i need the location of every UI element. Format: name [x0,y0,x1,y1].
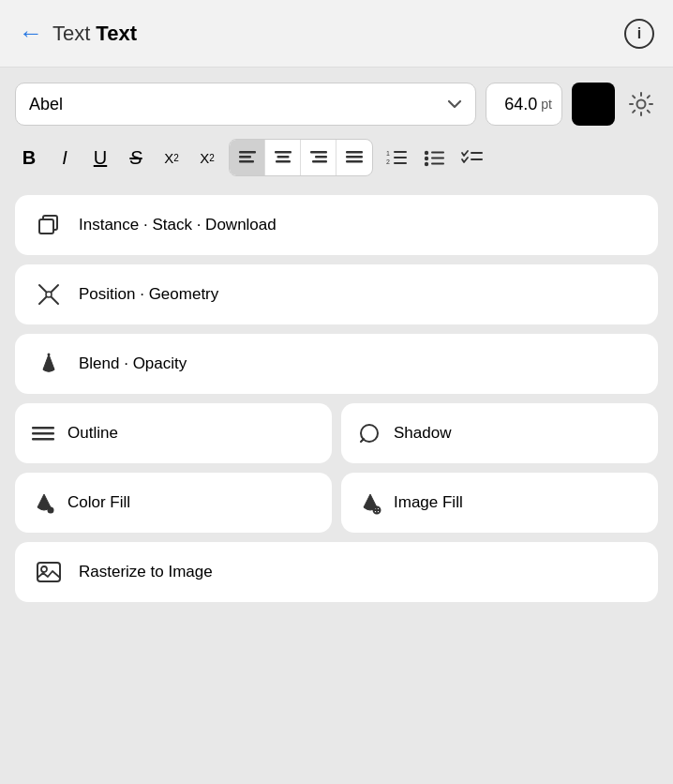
shadow-item[interactable]: Shadow [341,403,658,463]
svg-point-20 [425,162,428,166]
strikethrough-button[interactable]: S [122,143,150,173]
svg-rect-9 [312,160,327,163]
superscript-button[interactable]: X2 [193,146,221,170]
svg-line-36 [361,439,364,442]
shadow-icon [356,420,382,446]
align-left-button[interactable] [230,140,265,175]
svg-rect-34 [32,438,54,441]
svg-text:1: 1 [386,150,390,157]
font-selector[interactable]: Abel [15,83,476,126]
svg-rect-16 [394,157,407,158]
outline-item[interactable]: Outline [15,403,332,463]
svg-rect-41 [37,563,60,581]
svg-point-19 [425,157,428,160]
svg-rect-5 [277,156,289,158]
blend-opacity-icon [34,349,64,379]
info-button[interactable]: i [624,19,654,49]
blend-opacity-label: Blend · Opacity [79,354,187,373]
instance-stack-download-item[interactable]: Instance · Stack · Download [15,195,658,255]
outline-icon [30,420,56,446]
svg-point-31 [48,354,51,356]
header-left: ← Text Text [19,19,137,48]
svg-rect-4 [275,151,292,154]
svg-rect-11 [346,156,363,158]
image-fill-label: Image Fill [394,493,463,512]
svg-rect-32 [32,427,54,430]
svg-point-37 [48,507,54,514]
svg-point-18 [425,151,428,155]
svg-rect-10 [346,151,363,154]
svg-point-30 [46,292,52,297]
header: ← Text Text i [0,0,673,68]
shadow-label: Shadow [394,424,451,443]
svg-rect-8 [315,156,327,158]
image-fill-icon [356,490,382,516]
checklist-button[interactable] [456,140,489,175]
svg-rect-23 [431,163,444,165]
fill-row: Color Fill Image Fill [15,473,658,533]
blend-opacity-item[interactable]: Blend · Opacity [15,334,658,394]
back-button[interactable]: ← [19,19,43,48]
toolbar-row1: Abel 64.0 pt [15,83,658,126]
list-group: 12 [381,140,489,175]
toolbar-row2: B I U S X2 X2 [15,139,658,176]
numbered-list-button[interactable]: 12 [381,140,414,175]
position-geometry-item[interactable]: Position · Geometry [15,264,658,324]
svg-rect-27 [39,219,53,234]
color-fill-label: Color Fill [67,493,130,512]
color-fill-icon [30,490,56,516]
underline-button[interactable]: U [86,143,114,173]
rasterize-item[interactable]: Rasterize to Image [15,542,658,602]
outline-label: Outline [67,424,118,443]
svg-rect-12 [346,160,363,163]
svg-point-42 [41,566,47,572]
position-geometry-icon [34,279,64,309]
font-name: Abel [29,95,63,114]
color-fill-item[interactable]: Color Fill [15,473,332,533]
instance-stack-download-icon [34,210,64,240]
bullet-list-button[interactable] [418,140,452,175]
content: Abel 64.0 pt B I U S X2 X2 [0,68,673,626]
align-center-button[interactable] [265,140,301,175]
align-justify-button[interactable] [336,140,372,175]
svg-rect-33 [32,432,54,435]
gear-button[interactable] [624,87,658,121]
bold-button[interactable]: B [15,143,43,173]
svg-rect-25 [471,158,483,160]
rasterize-icon [34,557,64,587]
align-group [229,139,373,176]
font-size-unit: pt [541,97,552,112]
header-title-bold: Text [96,22,137,46]
svg-rect-6 [276,160,291,163]
color-swatch[interactable] [572,83,615,126]
svg-rect-3 [239,160,254,163]
position-geometry-label: Position · Geometry [79,285,218,304]
svg-rect-22 [431,158,444,159]
chevron-down-icon [447,99,462,109]
subscript-button[interactable]: X2 [157,146,186,170]
instance-stack-download-label: Instance · Stack · Download [79,216,277,234]
svg-rect-17 [394,162,407,164]
svg-rect-2 [239,156,251,158]
svg-rect-7 [310,151,327,154]
image-fill-item[interactable]: Image Fill [341,473,658,533]
svg-rect-21 [431,152,444,154]
svg-rect-15 [394,151,407,153]
svg-text:2: 2 [386,158,390,165]
rasterize-label: Rasterize to Image [79,563,213,581]
italic-button[interactable]: I [51,143,79,173]
font-size-box[interactable]: 64.0 pt [486,83,562,126]
font-size-value: 64.0 [496,95,537,114]
svg-point-0 [637,100,646,109]
svg-rect-1 [239,151,256,154]
header-title-light: Text [52,22,90,46]
svg-rect-24 [471,152,483,154]
align-right-button[interactable] [301,140,336,175]
outline-shadow-row: Outline Shadow [15,403,658,463]
